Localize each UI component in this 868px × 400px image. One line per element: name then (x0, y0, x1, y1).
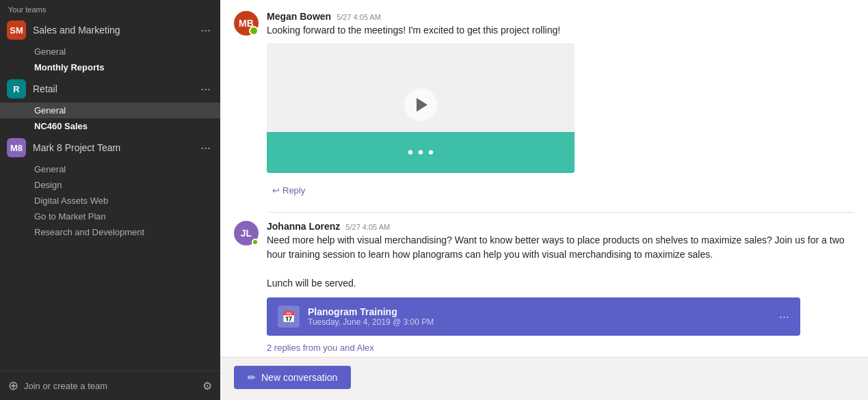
message-header-megan: Megan Bowen 5/27 4:05 AM (267, 11, 854, 22)
message-time-johanna: 5/27 4:05 AM (345, 223, 390, 231)
new-conversation-button[interactable]: ✏ New conversation (234, 366, 351, 389)
avatar-megan-bowen: MB (234, 11, 259, 36)
team-more-sales-marketing[interactable]: ··· (198, 22, 213, 39)
message-johanna-lorenz: JL Johanna Lorenz 5/27 4:05 AM Need more… (234, 221, 854, 357)
new-conversation-label: New conversation (261, 372, 337, 383)
channel-sm-general[interactable]: General (0, 44, 220, 59)
channel-r-nc460[interactable]: NC460 Sales (0, 118, 220, 134)
event-time: Tuesday, June 4, 2019 @ 3:00 PM (308, 317, 771, 327)
message-text-megan: Looking forward to the meetings! I'm exc… (267, 23, 854, 38)
sidebar-footer: ⊕ Join or create a team ⚙ (0, 371, 220, 400)
channel-m8-digital[interactable]: Digital Assets Web (0, 193, 220, 209)
sidebar: Your teams SM Sales and Marketing ··· Ge… (0, 0, 220, 400)
calendar-icon: 📅 (278, 306, 300, 328)
message-divider (268, 212, 854, 213)
team-name-mark8: Mark 8 Project Team (33, 142, 198, 153)
channel-m8-general[interactable]: General (0, 161, 220, 177)
team-avatar-mark8: M8 (7, 138, 26, 157)
join-icon: ⊕ (8, 378, 18, 393)
channel-m8-gtm[interactable]: Go to Market Plan (0, 209, 220, 224)
message-megan-bowen: MB Megan Bowen 5/27 4:05 AM Looking forw… (234, 11, 854, 198)
message-content-megan: Megan Bowen 5/27 4:05 AM Looking forward… (267, 11, 854, 198)
event-info: Planogram Training Tuesday, June 4, 2019… (308, 306, 771, 327)
team-more-retail[interactable]: ··· (198, 81, 213, 98)
gear-icon[interactable]: ⚙ (202, 379, 212, 392)
message-text-johanna-p2: Lunch will be served. (267, 278, 356, 289)
event-card-planogram[interactable]: 📅 Planogram Training Tuesday, June 4, 20… (267, 297, 800, 336)
reply-button-megan[interactable]: ↩ Reply (267, 183, 311, 198)
team-name-sales-marketing: Sales and Marketing (33, 25, 198, 36)
message-time-megan: 5/27 4:05 AM (337, 13, 381, 21)
conversation-area: MB Megan Bowen 5/27 4:05 AM Looking forw… (220, 0, 868, 357)
new-conversation-bar: ✏ New conversation (220, 357, 868, 400)
team-name-retail: Retail (33, 83, 198, 94)
team-item-mark8[interactable]: M8 Mark 8 Project Team ··· (0, 134, 220, 161)
your-teams-label: Your teams (0, 0, 220, 16)
video-bottom-bar: • • • (267, 132, 575, 173)
channel-sm-monthly[interactable]: Monthly Reports (0, 59, 220, 75)
team-avatar-sales-marketing: SM (7, 21, 26, 40)
message-header-johanna: Johanna Lorenz 5/27 4:05 AM (267, 221, 854, 232)
event-more-icon[interactable]: ··· (779, 310, 789, 324)
join-create-team[interactable]: ⊕ Join or create a team (8, 378, 107, 393)
team-item-retail[interactable]: R Retail ··· (0, 75, 220, 103)
team-more-mark8[interactable]: ··· (198, 139, 213, 157)
team-item-sales-marketing[interactable]: SM Sales and Marketing ··· (0, 16, 220, 44)
message-content-johanna: Johanna Lorenz 5/27 4:05 AM Need more he… (267, 221, 854, 357)
channel-m8-design[interactable]: Design (0, 177, 220, 193)
play-button[interactable] (404, 88, 437, 121)
channel-r-general[interactable]: General (0, 103, 220, 118)
replies-link-johanna[interactable]: 2 replies from you and Alex (267, 343, 854, 353)
team-avatar-retail: R (7, 79, 26, 98)
join-create-label: Join or create a team (24, 381, 107, 391)
message-author-megan: Megan Bowen (267, 11, 331, 22)
video-placeholder[interactable]: • • • (267, 43, 575, 173)
message-text-johanna: Need more help with visual merchandising… (267, 233, 854, 291)
avatar-johanna-lorenz: JL (234, 221, 259, 245)
reply-arrow-icon: ↩ (272, 185, 280, 196)
reply-label-megan: Reply (282, 185, 305, 196)
pencil-icon: ✏ (248, 372, 256, 383)
message-author-johanna: Johanna Lorenz (267, 221, 340, 232)
play-triangle-icon (417, 98, 428, 111)
event-title: Planogram Training (308, 306, 771, 317)
channel-m8-rd[interactable]: Research and Development (0, 224, 220, 240)
main-content: MB Megan Bowen 5/27 4:05 AM Looking forw… (220, 0, 868, 400)
message-text-johanna-p1: Need more help with visual merchandising… (267, 235, 845, 260)
